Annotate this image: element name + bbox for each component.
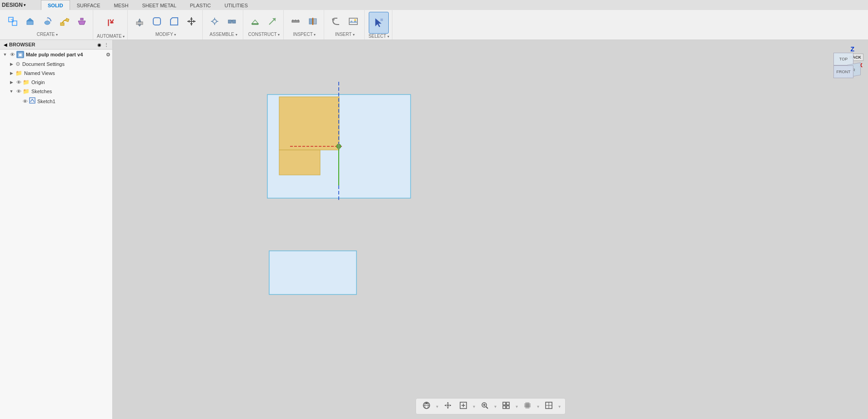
toolbar: DESIGN ▾ SOLID SURFACE MESH SHEET METAL … [0,0,868,40]
sweep-button[interactable] [56,12,73,31]
cube-front-face[interactable]: FRONT [833,65,853,78]
select-group-label: SELECT ▾ [368,34,389,40]
browser-collapse-icon[interactable]: ◀ [4,42,7,47]
browser-expand-icon[interactable]: ◉ [97,42,101,47]
joint2-button[interactable] [224,12,240,31]
tab-sheetmetal[interactable]: SHEET METAL [135,0,183,10]
automate-icon [106,18,116,28]
display-settings-button[interactable] [500,400,512,412]
fillet-icon [152,16,162,26]
automate-group-label: AUTOMATE ▾ [97,34,125,40]
construct-arrow[interactable]: ▾ [278,33,280,37]
svg-rect-40 [309,19,312,24]
named-views-folder-icon: 📁 [15,70,22,76]
tab-plastic[interactable]: PLASTIC [183,0,218,10]
select-arrow[interactable]: ▾ [387,35,389,39]
svg-rect-51 [113,40,868,419]
zoom-window-button[interactable] [479,400,491,412]
svg-marker-10 [78,21,85,25]
toolbar-group-assemble: ASSEMBLE ▾ [204,10,243,40]
svg-rect-15 [153,18,161,25]
toolbar-group-insert: INSERT ▾ [325,10,365,40]
zoom-fit-button[interactable] [457,400,469,412]
modify-arrow[interactable]: ▾ [174,33,176,37]
svg-rect-60 [269,251,356,294]
automate-button[interactable] [101,12,121,34]
svg-rect-79 [503,406,506,409]
browser-item-origin[interactable]: ▶ 👁 📁 Origin [0,78,112,87]
svg-rect-34 [292,20,299,22]
chamfer-button[interactable] [166,12,182,31]
fillet-button[interactable] [149,12,165,31]
expand-icon-origin[interactable]: ▶ [8,79,15,85]
svg-rect-9 [65,18,69,22]
inspect-arrow[interactable]: ▾ [314,33,316,37]
expand-icon-named-views[interactable]: ▶ [8,70,15,76]
press-pull-button[interactable] [131,12,148,31]
insert-arrow[interactable]: ▾ [353,33,355,37]
svg-line-50 [32,99,34,102]
browser-item-sketches[interactable]: ▼ 👁 📁 Sketches [0,87,112,96]
design-arrow[interactable]: ▾ [24,3,26,7]
design-button[interactable]: DESIGN [2,2,23,8]
browser-item-doc-settings[interactable]: ▶ ⚙ Document Settings [0,60,112,69]
eye-icon-root[interactable]: 👁 [9,51,15,58]
measure-button[interactable] [287,12,304,31]
expand-icon-sketches[interactable]: ▼ [8,88,15,95]
expand-icon-root[interactable]: ▼ [2,51,8,58]
toolbar-group-create: CREATE ▾ [2,10,93,40]
joint-button[interactable] [206,12,223,31]
sketches-folder-icon: 📁 [23,88,30,95]
assemble-arrow[interactable]: ▾ [236,33,237,37]
move-button[interactable] [183,12,200,31]
grid-separator: ▾ [537,404,539,409]
eye-icon-origin[interactable]: 👁 [15,79,22,85]
extrude-button[interactable] [22,12,38,31]
select-button[interactable] [369,12,389,34]
construct-axis-button[interactable] [264,12,281,31]
tab-mesh[interactable]: MESH [107,0,135,10]
new-component-button[interactable] [5,12,21,31]
svg-marker-21 [187,20,190,23]
construct-plane-icon [250,16,260,26]
root-settings-icon[interactable]: ⚙ [106,52,110,58]
tab-surface[interactable]: SURFACE [70,0,107,10]
browser-title: BROWSER [9,42,95,47]
undo-button[interactable] [328,12,344,31]
svg-rect-53 [279,97,339,150]
expand-icon-doc-settings[interactable]: ▶ [8,61,15,67]
svg-rect-78 [507,402,509,405]
svg-rect-80 [507,406,509,409]
create-arrow[interactable]: ▾ [56,33,58,37]
grid2-button[interactable] [543,400,555,412]
grid-button[interactable] [522,400,533,412]
loft-button[interactable] [74,12,90,31]
joint-icon [210,16,220,26]
root-folder-icon: ▣ [16,51,24,58]
section-analysis-button[interactable] [305,12,321,31]
automate-arrow[interactable]: ▾ [123,35,125,39]
orbit-tool-button[interactable] [421,400,432,412]
browser-item-root[interactable]: ▼ 👁 ▣ Male pulp model part v4 ⚙ [0,50,112,60]
revolve-button[interactable] [39,12,55,31]
construct-plane-button[interactable] [247,12,263,31]
svg-line-74 [486,407,488,409]
toolbar-group-construct: CONSTRUCT ▾ [244,10,284,40]
browser-settings-icon[interactable]: ⋮ [104,42,109,47]
loft-icon [77,16,87,26]
tab-utilities[interactable]: UTILITIES [218,0,255,10]
svg-marker-13 [138,19,141,22]
eye-icon-sketch1[interactable]: 👁 [22,98,28,105]
cube-top-face[interactable]: TOP [833,53,853,65]
viewport[interactable]: Z X BACK TOP R FRONT ▾ ▾ ▾ ▾ ▾ [113,40,868,419]
browser-item-named-views[interactable]: ▶ 📁 Named Views [0,69,112,78]
svg-rect-28 [228,20,231,23]
insert-image-button[interactable] [345,12,361,31]
svg-marker-16 [171,18,178,25]
pan-tool-button[interactable] [442,400,454,412]
insert-group-label: INSERT ▾ [335,32,355,38]
browser-item-sketch1[interactable]: ▶ 👁 Sketch1 [0,96,112,106]
eye-icon-sketches[interactable]: 👁 [15,88,22,95]
view-cube: Z X BACK TOP R FRONT [827,45,863,81]
tab-solid[interactable]: SOLID [41,0,70,10]
